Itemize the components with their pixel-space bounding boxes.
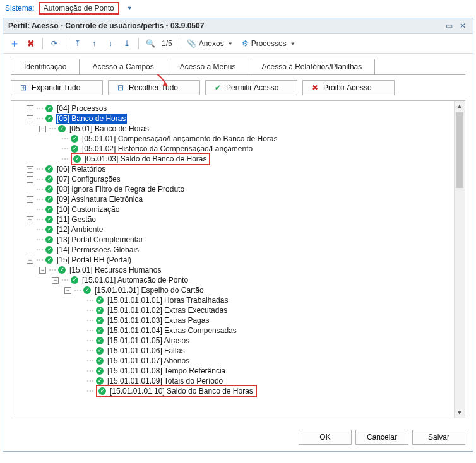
tree-item[interactable]: [04] Processos xyxy=(56,103,108,114)
tree-expander[interactable]: − xyxy=(52,277,59,284)
tree-item[interactable]: [07] Configurações xyxy=(56,174,122,184)
status-allowed-icon: ✓ xyxy=(96,296,104,304)
tree-item[interactable]: [15] Portal RH (Portal) xyxy=(56,255,133,265)
status-allowed-icon: ✓ xyxy=(96,317,104,324)
tree-item[interactable]: [11] Gestão xyxy=(56,214,97,225)
expand-all-button[interactable]: ⊞Expandir Tudo xyxy=(11,80,103,95)
system-dropdown-icon[interactable]: ▼ xyxy=(127,5,133,11)
window-restore-icon[interactable]: ▭ xyxy=(444,21,454,30)
tree-item[interactable]: [15.01.01.01.01] Horas Trabalhadas xyxy=(106,295,229,305)
status-allowed-icon: ✓ xyxy=(83,286,91,294)
tree-item[interactable]: [15.01.01.01.05] Atrasos xyxy=(106,336,191,346)
toolbar-separator xyxy=(179,38,179,49)
tree-item[interactable]: [15.01.01.01.08] Tempo Referência xyxy=(106,366,227,376)
tree-expander[interactable]: − xyxy=(39,267,46,274)
scroll-up-icon[interactable]: ▲ xyxy=(455,101,465,111)
scroll-down-icon[interactable]: ▼ xyxy=(455,407,465,418)
status-allowed-icon: ✓ xyxy=(45,115,53,122)
tree-item[interactable]: [13] Portal Complementar xyxy=(56,235,145,245)
refresh-button[interactable]: ⟳ xyxy=(47,36,62,51)
deny-access-button[interactable]: ✖Proibir Acesso xyxy=(302,80,395,95)
chevron-down-icon: ▼ xyxy=(290,41,295,47)
status-allowed-icon: ✓ xyxy=(45,226,53,233)
status-allowed-icon: ✓ xyxy=(96,357,104,365)
status-allowed-icon: ✓ xyxy=(45,185,53,193)
tree-item[interactable]: [15.01.01.01] Espelho do Cartão xyxy=(93,285,205,295)
prev-button[interactable]: ↑ xyxy=(86,36,102,51)
attachments-dropdown[interactable]: 📎 Anexos ▼ xyxy=(183,39,237,48)
status-allowed-icon: ✓ xyxy=(96,327,104,334)
tree-item[interactable]: [09] Assinatura Eletrônica xyxy=(56,194,144,204)
tree-item[interactable]: [05.01.01] Compensação/Lançamento do Ban… xyxy=(81,134,279,144)
tree-item-selected[interactable]: [05] Banco de Horas xyxy=(56,114,127,124)
tree-item[interactable]: [15.01.01] Automação de Ponto xyxy=(81,275,189,285)
tree-item[interactable]: [15.01.01.01.07] Abonos xyxy=(106,356,191,366)
delete-button[interactable]: ✖ xyxy=(23,36,39,51)
processes-label: Processos xyxy=(251,39,287,48)
processes-dropdown[interactable]: ⚙ Processos ▼ xyxy=(238,39,299,48)
tree-item[interactable]: [06] Relatórios xyxy=(56,164,107,174)
status-allowed-icon: ✓ xyxy=(96,367,104,375)
tree-expander[interactable]: + xyxy=(27,196,33,203)
system-value[interactable]: Automação de Ponto xyxy=(39,2,119,15)
chevron-down-icon: ▼ xyxy=(228,41,233,47)
scroll-thumb[interactable] xyxy=(456,112,463,188)
status-allowed-icon: ✓ xyxy=(96,377,104,385)
tree-item[interactable]: [15.01.01.01.04] Extras Compensadas xyxy=(106,325,238,336)
add-button[interactable]: ＋ xyxy=(7,36,22,51)
tab-acesso-campos[interactable]: Acesso a Campos xyxy=(80,59,167,74)
expand-all-label: Expandir Tudo xyxy=(32,83,80,92)
scrollbar-vertical[interactable]: ▲ ▼ xyxy=(454,101,465,418)
collapse-icon: ⊟ xyxy=(116,83,125,92)
tree-item-label: [15.01.01.01.10] Saldo do Banco de Horas xyxy=(109,386,254,396)
tree-item-highlighted[interactable]: ✓[15.01.01.01.10] Saldo do Banco de Hora… xyxy=(96,385,257,397)
tree-item[interactable]: [15.01] Recursos Humanos xyxy=(68,265,162,275)
tabs: Identificação Acesso a Campos Acesso a M… xyxy=(3,54,473,74)
cancel-button[interactable]: Cancelar xyxy=(355,430,408,445)
tree-item[interactable]: [10] Customização xyxy=(56,204,121,214)
status-allowed-icon: ✓ xyxy=(45,236,53,243)
tree-expander[interactable]: − xyxy=(27,257,33,264)
status-allowed-icon: ✓ xyxy=(45,216,53,223)
window-title: Perfil: Acesso - Controle de usuários/pe… xyxy=(8,21,440,30)
tree-expander[interactable]: + xyxy=(27,105,33,112)
tree-item[interactable]: [12] Ambiente xyxy=(56,225,104,235)
save-button[interactable]: Salvar xyxy=(412,430,465,445)
ok-button[interactable]: OK xyxy=(299,430,352,445)
status-allowed-icon: ✓ xyxy=(45,206,53,213)
window-close-icon[interactable]: ✕ xyxy=(458,21,468,30)
tree-expander[interactable]: + xyxy=(27,166,33,173)
x-icon: ✖ xyxy=(27,38,35,49)
tab-acesso-relatorios[interactable]: Acesso à Relatórios/Planilhas xyxy=(249,59,376,74)
search-button[interactable]: 🔍 xyxy=(143,36,158,51)
toolbar: ＋ ✖ ⟳ ⤒ ↑ ↓ ⤓ 🔍 1/5 📎 Anexos ▼ ⚙ Process… xyxy=(3,34,473,54)
tree-item[interactable]: [15.01.01.01.06] Faltas xyxy=(106,346,186,356)
last-icon: ⤓ xyxy=(124,39,130,48)
allow-access-button[interactable]: ✔Permitir Acesso xyxy=(205,80,297,95)
status-allowed-icon: ✓ xyxy=(45,175,53,183)
tree-expander[interactable]: − xyxy=(39,126,46,132)
next-button[interactable]: ↓ xyxy=(103,36,118,51)
tree-expander[interactable]: + xyxy=(27,176,33,183)
collapse-all-button[interactable]: ⊟Recolher Tudo xyxy=(108,80,200,95)
last-button[interactable]: ⤓ xyxy=(119,36,134,51)
tree-item[interactable]: [15.01.01.01.02] Extras Executadas xyxy=(106,305,229,315)
tree-expander[interactable]: − xyxy=(64,287,71,294)
tree-item[interactable]: [08] Ignora Filtro de Regra de Produto xyxy=(56,184,186,194)
tree-item[interactable]: [05.01] Banco de Horas xyxy=(68,124,150,134)
tree-expander[interactable]: + xyxy=(27,216,33,223)
tab-acesso-menus[interactable]: Acesso a Menus xyxy=(167,59,249,74)
first-button[interactable]: ⤒ xyxy=(70,36,85,51)
status-allowed-icon: ✓ xyxy=(71,135,78,143)
status-allowed-icon: ✓ xyxy=(71,276,78,284)
system-label: Sistema: xyxy=(5,4,35,13)
tree-item[interactable]: [14] Permissões Globais xyxy=(56,245,140,255)
status-allowed-icon: ✓ xyxy=(58,266,66,274)
tree-expander[interactable]: − xyxy=(27,115,33,122)
tree-item[interactable]: [15.01.01.01.03] Extras Pagas xyxy=(106,315,210,325)
tree-actions: ⊞Expandir Tudo ⊟Recolher Tudo ✔Permitir … xyxy=(3,75,473,100)
status-allowed-icon: ✓ xyxy=(45,246,53,254)
tree-item-highlighted[interactable]: ✓[05.01.03] Saldo do Banco de Horas xyxy=(71,153,210,165)
deny-icon: ✖ xyxy=(311,83,319,92)
tab-identificacao[interactable]: Identificação xyxy=(11,59,80,74)
